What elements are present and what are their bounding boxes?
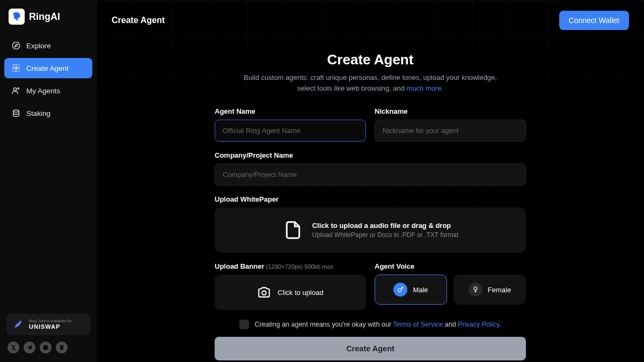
compass-icon: [12, 41, 20, 50]
logo[interactable]: RingAI: [0, 9, 97, 35]
voice-male-button[interactable]: Male: [375, 275, 447, 305]
hero-title: Create Agent: [215, 51, 526, 68]
consent-row: Creating an agent means you're okay with…: [215, 320, 526, 329]
sidebar-item-label: Explore: [26, 42, 51, 50]
page-title: Create Agent: [112, 16, 165, 25]
nickname-input[interactable]: [375, 120, 526, 142]
globe-icon: [42, 344, 49, 351]
sidebar-item-label: Staking: [26, 109, 50, 117]
privacy-link[interactable]: Privacy Policy: [458, 321, 499, 328]
social-x[interactable]: [8, 342, 19, 353]
svg-rect-8: [60, 345, 63, 350]
nav: Explore Create Agent My Agents Staking: [0, 35, 97, 123]
consent-checkbox[interactable]: [239, 320, 249, 329]
camera-icon: [257, 285, 271, 299]
banner-upload[interactable]: Click to upload: [215, 275, 366, 310]
nickname-label: Nickname: [375, 107, 526, 115]
voice-female-button[interactable]: Female: [453, 275, 526, 305]
female-icon: [469, 283, 482, 297]
uniswap-icon: [12, 318, 25, 331]
staking-icon: [12, 109, 20, 117]
agent-name-label: Agent Name: [215, 107, 366, 115]
svg-marker-1: [14, 44, 17, 47]
social-docs[interactable]: [56, 342, 68, 353]
tos-link[interactable]: Terms of Service: [393, 321, 443, 328]
upload-title: Click to upload a audio file or drag & d…: [312, 221, 459, 230]
svg-point-10: [398, 289, 401, 292]
banner-label: Upload Banner (1280×720px) 500kb max: [215, 262, 366, 270]
whitepaper-upload[interactable]: Click to upload a audio file or drag & d…: [215, 208, 526, 253]
svg-point-11: [474, 287, 477, 290]
sidebar-item-label: My Agents: [26, 87, 60, 95]
company-input[interactable]: [215, 164, 526, 186]
company-label: Company/Project Name: [215, 151, 526, 159]
voice-label: Agent Voice: [375, 262, 526, 270]
svg-point-9: [262, 291, 267, 295]
agent-name-input[interactable]: [215, 120, 366, 142]
uniswap-small: Ring Tokens Available On: [29, 319, 72, 323]
much-more-link[interactable]: much more.: [407, 84, 444, 92]
file-icon: [282, 219, 304, 241]
uniswap-name: UNISWAP: [29, 323, 72, 330]
sidebar-item-create-agent[interactable]: Create Agent: [4, 58, 92, 78]
uniswap-link[interactable]: Ring Tokens Available On UNISWAP: [6, 314, 90, 335]
svg-point-4: [18, 88, 19, 90]
hero-subtitle: Build custom agents: craft unique person…: [215, 72, 526, 93]
create-icon: [12, 64, 20, 72]
sidebar-item-staking[interactable]: Staking: [4, 103, 92, 123]
logo-icon: [9, 9, 25, 25]
create-agent-button[interactable]: Create Agent: [215, 337, 526, 360]
male-icon: [393, 283, 407, 297]
sidebar: RingAI Explore Create Agent My Agents St…: [0, 0, 97, 362]
sidebar-item-label: Create Agent: [26, 64, 69, 72]
doc-icon: [58, 344, 65, 351]
svg-point-5: [13, 110, 19, 112]
agents-icon: [12, 86, 20, 95]
sidebar-item-explore[interactable]: Explore: [4, 35, 92, 56]
main: Create Agent Connect Wallet Create Agent…: [97, 0, 644, 362]
connect-wallet-button[interactable]: Connect Wallet: [559, 11, 629, 30]
x-icon: [10, 344, 17, 351]
banner-cta: Click to upload: [277, 289, 323, 297]
whitepaper-label: Upload WhitePaper: [215, 195, 526, 203]
telegram-icon: [26, 344, 33, 351]
svg-point-0: [12, 42, 19, 49]
sidebar-item-my-agents[interactable]: My Agents: [4, 80, 92, 101]
social-web[interactable]: [40, 342, 52, 353]
social-telegram[interactable]: [24, 342, 35, 353]
svg-point-6: [19, 321, 21, 323]
logo-text: RingAI: [29, 11, 60, 23]
upload-hint: Upload WhitePaper or Docs in .PDF or .TX…: [312, 231, 459, 239]
svg-point-3: [13, 88, 16, 91]
